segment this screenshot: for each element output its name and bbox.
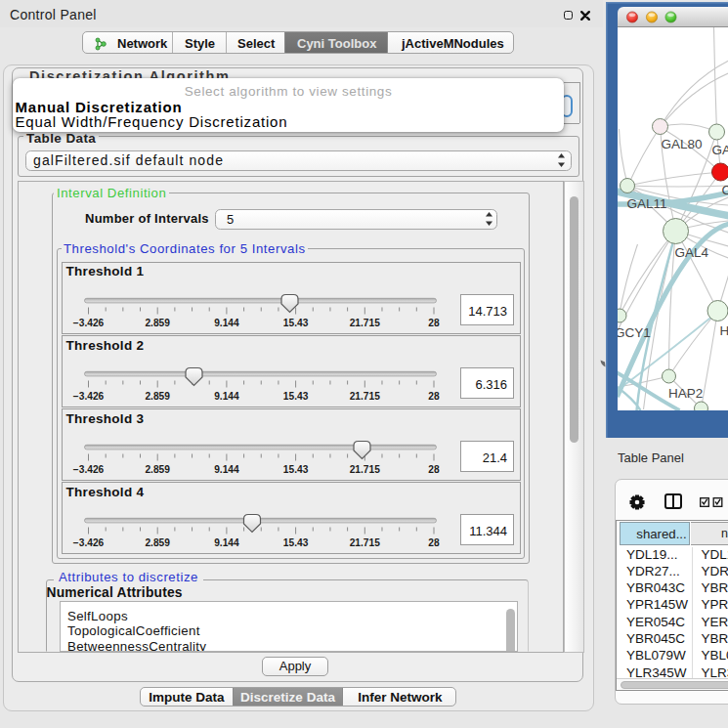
svg-text:GAL11: GAL11 — [626, 196, 666, 211]
svg-text:2.859: 2.859 — [145, 464, 170, 475]
svg-text:9.144: 9.144 — [214, 391, 239, 402]
svg-text:2.859: 2.859 — [145, 391, 170, 402]
svg-text:−3.426: −3.426 — [72, 464, 104, 475]
svg-text:HI: HI — [719, 323, 728, 338]
svg-text:−3.426: −3.426 — [72, 537, 104, 548]
svg-text:9.144: 9.144 — [214, 537, 239, 548]
svg-text:15.43: 15.43 — [282, 464, 308, 475]
svg-text:2.859: 2.859 — [145, 537, 170, 548]
svg-text:28: 28 — [428, 464, 440, 475]
svg-text:−3.426: −3.426 — [72, 318, 104, 328]
svg-text:21.715: 21.715 — [349, 537, 379, 548]
svg-text:GAL4: GAL4 — [674, 245, 708, 260]
svg-text:15.43: 15.43 — [282, 318, 308, 328]
svg-text:21.715: 21.715 — [349, 318, 379, 328]
svg-text:21.715: 21.715 — [349, 464, 379, 475]
svg-text:−3.426: −3.426 — [72, 391, 104, 402]
svg-text:9.144: 9.144 — [214, 464, 239, 475]
svg-text:CR: CR — [721, 183, 728, 197]
svg-text:HAP2: HAP2 — [668, 386, 703, 401]
svg-text:2.859: 2.859 — [145, 318, 170, 328]
svg-text:15.43: 15.43 — [282, 537, 308, 548]
svg-text:GAL80: GAL80 — [661, 137, 702, 151]
svg-text:28: 28 — [428, 318, 440, 328]
svg-text:28: 28 — [428, 391, 440, 402]
svg-text:15.43: 15.43 — [282, 391, 308, 402]
svg-text:GCY1: GCY1 — [618, 325, 651, 340]
svg-text:9.144: 9.144 — [214, 318, 239, 328]
svg-text:28: 28 — [428, 537, 440, 548]
svg-text:GAL3: GAL3 — [711, 143, 728, 157]
svg-text:21.715: 21.715 — [349, 391, 379, 402]
